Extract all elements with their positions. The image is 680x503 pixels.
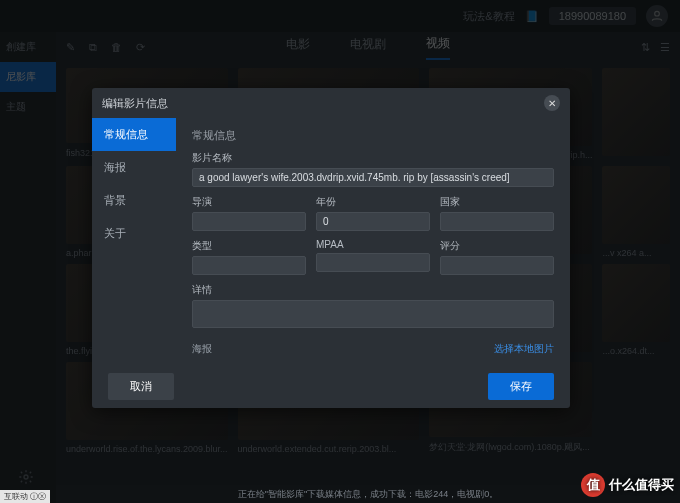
label-country: 国家 bbox=[440, 195, 554, 209]
modal-side-background[interactable]: 背景 bbox=[92, 184, 176, 217]
input-director[interactable] bbox=[192, 212, 306, 231]
label-plot: 详情 bbox=[192, 283, 554, 297]
modal-title: 编辑影片信息 bbox=[102, 96, 168, 111]
label-director: 导演 bbox=[192, 195, 306, 209]
modal-side-general[interactable]: 常规信息 bbox=[92, 118, 176, 151]
input-genre[interactable] bbox=[192, 256, 306, 275]
input-year[interactable] bbox=[316, 212, 430, 231]
input-mpaa[interactable] bbox=[316, 253, 430, 272]
label-year: 年份 bbox=[316, 195, 430, 209]
watermark-text: 什么值得买 bbox=[609, 476, 674, 494]
input-name[interactable] bbox=[192, 168, 554, 187]
input-plot[interactable] bbox=[192, 300, 554, 328]
section-title: 常规信息 bbox=[192, 128, 554, 143]
label-poster: 海报 bbox=[192, 342, 212, 356]
modal-side-poster[interactable]: 海报 bbox=[92, 151, 176, 184]
close-icon[interactable]: ✕ bbox=[544, 95, 560, 111]
watermark-icon: 值 bbox=[581, 473, 605, 497]
corner-badge: 互联动 ⓘⓧ bbox=[0, 490, 50, 503]
label-genre: 类型 bbox=[192, 239, 306, 253]
label-mpaa: MPAA bbox=[316, 239, 430, 250]
watermark: 值 什么值得买 bbox=[581, 473, 674, 497]
pick-local-image[interactable]: 选择本地图片 bbox=[494, 342, 554, 356]
edit-modal: 编辑影片信息 ✕ 常规信息 海报 背景 关于 常规信息 影片名称 导演 年份 国… bbox=[92, 88, 570, 408]
save-button[interactable]: 保存 bbox=[488, 373, 554, 400]
input-rating[interactable] bbox=[440, 256, 554, 275]
label-name: 影片名称 bbox=[192, 151, 554, 165]
modal-side-about[interactable]: 关于 bbox=[92, 217, 176, 250]
modal-sidebar: 常规信息 海报 背景 关于 bbox=[92, 118, 176, 364]
input-country[interactable] bbox=[440, 212, 554, 231]
cancel-button[interactable]: 取消 bbox=[108, 373, 174, 400]
label-rating: 评分 bbox=[440, 239, 554, 253]
